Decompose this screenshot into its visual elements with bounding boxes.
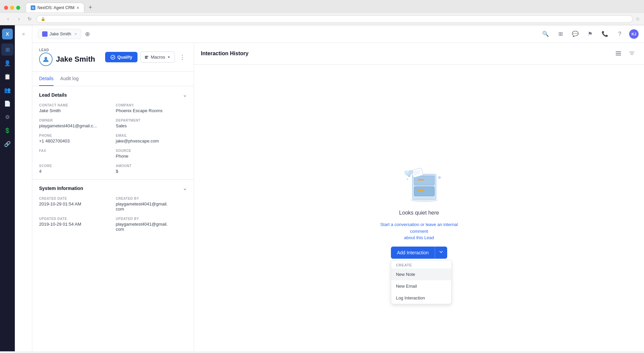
amount-label: AMOUNT (116, 164, 187, 168)
system-info-toggle[interactable]: ⌄ (183, 185, 187, 191)
add-interaction-dropdown-button[interactable] (435, 247, 447, 259)
created-by-value: playgametest4041@gmail.com (116, 201, 187, 212)
svg-point-21 (438, 176, 441, 179)
secondary-icon-list[interactable]: ≡ (18, 28, 30, 40)
phone-icon[interactable]: 📞 (600, 29, 610, 39)
new-note-item[interactable]: New Note (391, 268, 451, 280)
svg-rect-12 (414, 187, 434, 196)
new-email-item[interactable]: New Email (391, 280, 451, 292)
forward-button[interactable]: › (15, 15, 23, 23)
top-bar-actions: 🔍 ⊞ 💬 ⚑ 📞 ? KJ (540, 29, 639, 39)
department-value: Sales (116, 123, 187, 128)
browser-tab-active[interactable]: N NextOS: Agent CRM × (26, 3, 84, 12)
updated-date-label: UPDATED DATE (39, 217, 111, 221)
close-dot[interactable] (4, 6, 8, 10)
company-value: Phoenix Escape Rooms (116, 108, 187, 113)
lead-name: Jake Smith (56, 55, 95, 64)
score-value: 4 (39, 169, 111, 174)
chat-icon[interactable]: 💬 (570, 29, 581, 39)
user-avatar[interactable]: KJ (629, 29, 639, 39)
filter-icon (629, 51, 635, 56)
browser-chrome: N NextOS: Agent CRM × + ‹ › ↻ 🔒 ☆ (0, 0, 644, 25)
sidebar-icon-people[interactable]: 👥 (1, 84, 13, 96)
list-view-button[interactable] (613, 48, 624, 59)
dropdown-chevron-icon (439, 250, 443, 254)
tab-close-button[interactable]: × (76, 5, 79, 10)
lead-panel: LEAD Jake Smith Qualify (32, 43, 194, 351)
owner-field: OWNER playgametest4041@gmail.c... (39, 119, 111, 128)
filter-button[interactable] (626, 48, 637, 59)
search-icon[interactable]: 🔍 (540, 29, 551, 39)
qualify-button[interactable]: Qualify (105, 52, 137, 62)
sidebar-icon-reports[interactable]: 📄 (1, 97, 13, 109)
interaction-header: Interaction History (194, 43, 644, 65)
add-tab-button[interactable]: ⊕ (83, 29, 92, 39)
tab-title: NextOS: Agent CRM (37, 5, 74, 10)
minimize-dot[interactable] (10, 6, 14, 10)
list-view-icon (615, 51, 621, 57)
tab-details[interactable]: Details (39, 72, 54, 86)
owner-label: OWNER (39, 119, 111, 122)
svg-rect-3 (145, 56, 148, 57)
macros-button[interactable]: Macros (140, 52, 175, 63)
empty-illustration (392, 157, 446, 204)
maximize-dot[interactable] (16, 6, 20, 10)
svg-rect-10 (414, 176, 434, 185)
sidebar-icon-contacts[interactable]: 👤 (1, 57, 13, 69)
svg-rect-11 (418, 179, 424, 181)
updated-by-field: UPDATED BY playgametest4041@gmail.com (116, 217, 187, 232)
phone-value: +1 4802700403 (39, 138, 111, 143)
top-tab-close[interactable]: × (74, 32, 77, 36)
new-tab-button[interactable]: + (86, 3, 95, 12)
add-interaction-button[interactable]: Add Interaction (391, 247, 435, 259)
contact-name-field: CONTACT NAME Jake Smith (39, 103, 111, 113)
score-field: SCORE 4 (39, 164, 111, 174)
svg-rect-7 (616, 53, 621, 54)
score-label: SCORE (39, 164, 111, 168)
interaction-body: Looks quiet here Start a conversation or… (194, 65, 644, 351)
updated-by-label: UPDATED BY (116, 217, 187, 221)
created-by-field: CREATED BY playgametest4041@gmail.com (116, 197, 187, 212)
app-logo[interactable]: X (2, 29, 13, 39)
grid-icon[interactable]: ⊞ (555, 29, 566, 39)
reload-button[interactable]: ↻ (26, 15, 34, 23)
updated-date-field: UPDATED DATE 2019-10-29 01:54 AM (39, 217, 111, 232)
company-field: COMPANY Phoenix Escape Rooms (116, 103, 187, 113)
svg-point-14 (411, 198, 438, 202)
sidebar-icon-integrations[interactable]: 🔗 (1, 138, 13, 150)
phone-label: PHONE (39, 134, 111, 137)
interaction-header-actions (613, 48, 637, 59)
log-interaction-item[interactable]: Log Interaction (391, 292, 451, 304)
back-button[interactable]: ‹ (4, 15, 12, 23)
sidebar-icon-settings[interactable]: ⚙ (1, 111, 13, 123)
source-value: Phone (116, 154, 187, 159)
system-info-grid: CREATED DATE 2019-10-29 01:54 AM CREATED… (39, 197, 187, 232)
flag-icon[interactable]: ⚑ (585, 29, 595, 39)
sidebar-icon-home[interactable]: ⊞ (1, 43, 13, 56)
source-field: SOURCE Phone (116, 149, 187, 159)
created-by-label: CREATED BY (116, 197, 187, 200)
top-tab-jake-smith[interactable]: Jake Smith × (38, 29, 81, 39)
sidebar-icon-finance[interactable]: 💲 (1, 124, 13, 136)
top-tab-label: Jake Smith (50, 31, 71, 36)
system-info-section: System Information ⌄ CREATED DATE 2019-1… (32, 179, 194, 237)
source-label: SOURCE (116, 149, 187, 153)
help-icon[interactable]: ? (614, 29, 625, 39)
lead-avatar (39, 53, 53, 66)
more-options-button[interactable]: ⋮ (178, 53, 187, 62)
lead-type-label: LEAD (39, 48, 95, 52)
amount-field: AMOUNT $ (116, 164, 187, 174)
bookmark-icon[interactable]: ☆ (636, 16, 640, 22)
tab-audit-log[interactable]: Audit log (60, 72, 79, 86)
lock-icon: 🔒 (41, 17, 45, 21)
lead-details-toggle[interactable]: ⌄ (183, 92, 187, 98)
sidebar-dark: X ⊞ 👤 📋 👥 📄 ⚙ 💲 🔗 (0, 25, 15, 351)
content-area: LEAD Jake Smith Qualify (32, 43, 644, 351)
top-bar-tabs: Jake Smith × ⊕ (38, 29, 538, 39)
address-bar[interactable]: 🔒 (36, 15, 633, 23)
interaction-title: Interaction History (201, 51, 248, 57)
lead-link[interactable]: Lead (424, 235, 434, 240)
sidebar-icon-documents[interactable]: 📋 (1, 70, 13, 83)
create-dropdown-menu: CREATE New Note New Email Log Interactio… (391, 260, 452, 304)
sidebar-secondary: ≡ (15, 25, 32, 351)
